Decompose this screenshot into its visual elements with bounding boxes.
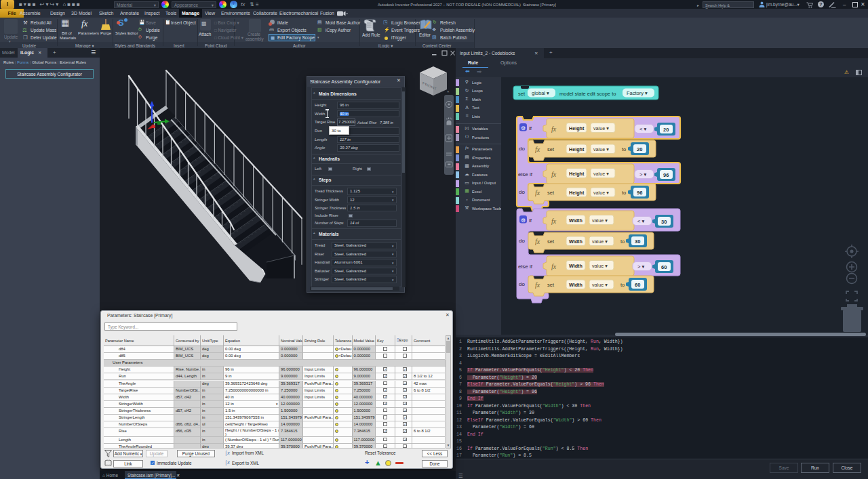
svg-text:set: set [547,282,555,288]
svg-text:do: do [519,189,525,195]
svg-text:⚙: ⚙ [521,125,526,131]
svg-text:to: to [622,190,626,196]
svg-text:< ▾: < ▾ [637,218,644,224]
svg-text:do: do [519,146,525,152]
svg-text:set: set [547,146,555,152]
svg-text:set: set [547,190,555,196]
svg-text:Height: Height [569,125,585,131]
svg-text:set: set [547,238,555,245]
svg-text:value ▾: value ▾ [592,282,608,288]
svg-text:value ▾: value ▾ [593,190,609,196]
svg-text:96: 96 [663,172,669,178]
svg-text:value ▾: value ▾ [592,263,608,269]
svg-text:30: 30 [635,238,640,245]
svg-text:< ▾: < ▾ [639,126,646,132]
svg-text:Width: Width [569,282,583,288]
svg-text:model state edit scope to: model state edit scope to [559,91,616,97]
svg-text:else if: else if [518,264,533,270]
svg-text:> ▾: > ▾ [639,171,646,178]
svg-text:fx: fx [551,125,557,133]
svg-text:20: 20 [637,146,642,152]
svg-text:60: 60 [661,264,667,270]
svg-text:Width: Width [569,238,583,245]
svg-text:do: do [519,281,525,287]
svg-text:Height: Height [569,171,585,177]
svg-text:Width: Width [569,217,583,224]
svg-text:fx: fx [535,238,540,245]
svg-text:⚙: ⚙ [521,217,526,224]
svg-text:96: 96 [637,190,642,196]
svg-text:else if: else if [518,171,533,178]
svg-text:> ▾: > ▾ [637,264,644,270]
svg-text:value ▾: value ▾ [593,125,609,131]
svg-text:set: set [518,91,526,97]
svg-text:value ▾: value ▾ [593,171,609,177]
svg-text:60: 60 [635,282,640,288]
svg-text:fx: fx [535,189,540,196]
svg-text:value ▾: value ▾ [592,217,608,224]
svg-text:fx: fx [535,146,540,153]
svg-text:20: 20 [663,127,669,133]
svg-text:to: to [620,238,625,245]
svg-text:Height: Height [569,146,585,152]
svg-text:Width: Width [569,263,583,269]
svg-text:to: to [620,282,625,288]
svg-text:to: to [622,146,626,152]
svg-text:value ▾: value ▾ [592,238,608,245]
svg-text:Factory ▾: Factory ▾ [627,90,648,96]
svg-text:value ▾: value ▾ [593,146,609,152]
svg-text:fx: fx [551,263,557,270]
svg-text:fx: fx [551,171,557,178]
svg-text:fx: fx [535,281,540,289]
svg-text:30: 30 [661,219,667,225]
svg-text:global ▾: global ▾ [532,90,549,96]
svg-text:do: do [519,238,525,244]
svg-text:Height: Height [569,190,585,196]
svg-text:×: × [447,89,450,93]
svg-text:fx: fx [551,217,557,225]
